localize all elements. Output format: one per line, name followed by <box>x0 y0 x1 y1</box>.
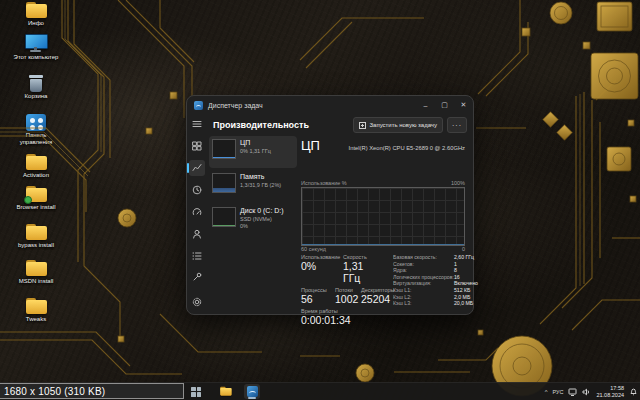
tile-disk-0[interactable]: Диск 0 (C: D:) SSD (NVMe) 0% <box>209 204 297 244</box>
sidebar-item-performance[interactable] <box>189 160 205 176</box>
chart-x-max: 0 <box>462 246 465 252</box>
volume-icon[interactable] <box>582 388 591 396</box>
clock-date: 21.08.2024 <box>596 392 624 399</box>
system-tray: ^ РУС 17:58 21.08.2024 <box>545 383 638 400</box>
speed-value: 1,31 ГГц <box>343 260 383 284</box>
close-button[interactable]: ✕ <box>454 96 473 114</box>
uptime-value: 0:00:01:34 <box>301 314 351 326</box>
run-new-task-button[interactable]: Запустить новую задачу <box>353 117 443 133</box>
chart-y-label: Использование % <box>301 180 347 186</box>
performance-tile-list: ЦП 0% 1,31 ГГц Память 1,3/31,9 ГБ (2%) Д… <box>209 136 297 244</box>
cpu-stats: Использование 0% Скорость 1,31 ГГц Проце… <box>301 254 467 312</box>
navigation-rail <box>187 114 207 314</box>
more-options-button[interactable]: ··· <box>447 117 467 133</box>
taskbar-task-manager-button[interactable] <box>244 384 260 399</box>
maximize-button[interactable]: ▢ <box>435 96 454 114</box>
handles-value: 25204 <box>361 293 389 305</box>
processes-value: 56 <box>301 293 335 305</box>
task-manager-window: Диспетчер задач – ▢ ✕ Производительность <box>186 95 474 315</box>
language-indicator[interactable]: РУС <box>552 389 563 395</box>
tile-cpu[interactable]: ЦП 0% 1,31 ГГц <box>209 136 297 168</box>
chart-x-min: 60 секунд <box>301 246 326 252</box>
desktop: Инфо Этот компьютер Корзина Панель управ… <box>0 0 640 400</box>
clock-time: 17:58 <box>596 385 624 392</box>
windows-logo-icon <box>191 387 201 397</box>
sidebar-item-services[interactable] <box>189 269 205 285</box>
task-manager-icon <box>247 386 258 397</box>
network-icon[interactable] <box>568 388 577 396</box>
sidebar-item-startup-apps[interactable] <box>189 204 205 220</box>
tile-memory[interactable]: Память 1,3/31,9 ГБ (2%) <box>209 170 297 202</box>
minimize-button[interactable]: – <box>416 96 435 114</box>
cpu-usage-chart <box>301 187 465 246</box>
cpu-mini-graph <box>212 139 236 159</box>
file-explorer-icon <box>220 387 229 396</box>
caption-text: 1680 x 1050 (310 KB) <box>4 386 105 397</box>
cpu-spec-list: Базовая скорость:2,60 ГГц Сокетов:1 Ядра… <box>389 254 484 312</box>
cpu-detail-panel: ЦП Intel(R) Xeon(R) CPU E5-2689 0 @ 2.60… <box>299 136 467 312</box>
page-title: Производительность <box>213 120 309 130</box>
tray-overflow-chevron[interactable]: ^ <box>545 389 548 395</box>
settings-gear-icon[interactable] <box>189 294 205 310</box>
taskbar-clock[interactable]: 17:58 21.08.2024 <box>596 385 624 399</box>
window-title: Диспетчер задач <box>208 102 263 109</box>
cpu-usage-line <box>302 244 464 245</box>
sidebar-item-details[interactable] <box>189 248 205 264</box>
usage-value: 0% <box>301 260 343 272</box>
memory-mini-graph <box>212 173 236 193</box>
sidebar-item-app-history[interactable] <box>189 182 205 198</box>
taskbar-file-explorer-button[interactable] <box>216 384 232 399</box>
chart-y-max: 100% <box>451 180 465 186</box>
disk-mini-graph <box>212 207 236 227</box>
sidebar-item-processes[interactable] <box>189 138 205 154</box>
threads-value: 1002 <box>335 293 361 305</box>
task-manager-app-icon <box>194 101 203 110</box>
page-header: Производительность Запустить новую задач… <box>207 114 467 136</box>
cpu-heading: ЦП <box>301 138 320 153</box>
title-bar[interactable]: Диспетчер задач – ▢ ✕ <box>187 96 473 114</box>
notification-bell-icon[interactable] <box>629 387 638 396</box>
taskbar-start-button[interactable] <box>188 384 204 399</box>
image-size-caption: 1680 x 1050 (310 KB) <box>0 383 184 399</box>
sidebar-item-users[interactable] <box>189 226 205 242</box>
new-task-icon <box>359 122 366 129</box>
cpu-model: Intel(R) Xeon(R) CPU E5-2689 0 @ 2.60GHz <box>349 145 465 153</box>
menu-icon[interactable] <box>189 116 205 132</box>
